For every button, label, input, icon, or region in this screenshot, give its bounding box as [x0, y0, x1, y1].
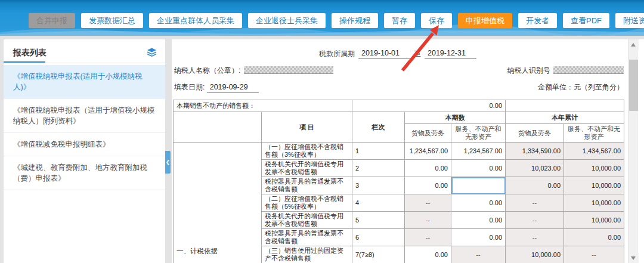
table-cell: 10,000.00	[564, 194, 624, 212]
header-goods-current: 货物及劳务	[405, 124, 451, 143]
scrollbar-thumb[interactable]	[629, 60, 638, 111]
sidebar-header: 报表列表	[4, 39, 165, 64]
table-cell[interactable]: 1,234,567.00	[405, 143, 451, 160]
table-cell: 1,334,590.00	[506, 143, 564, 160]
toolbar-button-veteran-collection[interactable]: 企业退役士兵采集	[248, 13, 326, 28]
toolbar-button-invoice-data-summary[interactable]: 发票数据汇总	[81, 13, 143, 28]
header-services-ytd: 服务、不动产和无形资产	[564, 124, 624, 143]
taxpayer-name-redacted	[244, 66, 333, 74]
table-cell: 0.00	[564, 229, 624, 246]
row-number: 6	[352, 229, 405, 246]
scroll-down-button[interactable]	[628, 253, 639, 263]
table-header-row-1: 项 目 栏次 本期数 本年累计	[174, 112, 624, 124]
table-cell: --	[451, 246, 506, 263]
toolbar-button-attachments[interactable]: 附送资料	[615, 13, 644, 28]
period-end-field[interactable]: 2019-12-31	[425, 49, 476, 59]
table-cell: --	[405, 194, 451, 212]
period-to-label: 至	[414, 49, 421, 59]
row-number: 2	[352, 160, 405, 177]
layers-icon[interactable]	[147, 48, 157, 57]
row-item-label: 税控器具开具的普通发票不含税销售额	[262, 177, 352, 194]
row-item-label: （一）应征增值税不含税销售额（3%征收率）	[262, 143, 352, 160]
toolbar-button-developer[interactable]: 开发者	[518, 13, 557, 28]
fill-date-label: 填表日期:	[174, 83, 205, 91]
unit-label: 金额单位：元（列至角分）	[538, 82, 624, 92]
table-cell: --	[405, 229, 451, 246]
toolbar-button-view-pdf[interactable]: 查看PDF	[563, 13, 609, 28]
table-cell: --	[506, 212, 564, 229]
scroll-up-button[interactable]	[628, 39, 639, 49]
taxpayer-name-label: 纳税人名称（公章）:	[174, 66, 240, 75]
sidebar-item-0[interactable]: 《增值税纳税申报表(适用于小规模纳税人)》	[4, 65, 165, 99]
focused-table-cell[interactable]	[451, 177, 506, 194]
toolbar-button-declare-vat[interactable]: 申报增值税	[458, 13, 512, 28]
table-cell[interactable]: 0.00	[451, 194, 506, 212]
table-cell: --	[506, 229, 564, 246]
table-cell: --	[506, 194, 564, 212]
row-number: 5	[352, 212, 405, 229]
toolbar-button-key-group-collection[interactable]: 企业重点群体人员采集	[149, 13, 242, 28]
header-ytd: 本年累计	[506, 112, 624, 124]
tax-filing-app: 合并申报发票数据汇总企业重点群体人员采集企业退役士兵采集操作规程暂存保存申报增值…	[0, 0, 644, 263]
row-number: 7(7≥8)	[352, 246, 405, 263]
fill-date-field[interactable]: 2019-09-29	[207, 83, 259, 93]
taxpayer-id-group: 纳税人识别号	[507, 66, 624, 76]
form-panel: 税款所属期 2019-10-01 至 2019-12-31 纳税人名称（公章）:…	[172, 39, 644, 263]
row-number: 1	[352, 143, 405, 160]
arrow-up-icon	[631, 43, 636, 47]
header-divider	[4, 63, 165, 63]
realty-sales-label: 本期销售不动产的销售额：	[174, 100, 352, 112]
vat-declaration-table: 本期销售不动产的销售额： 0.00 项 目 栏次 本期数 本年累计 货物及劳务 …	[173, 100, 624, 263]
row-item-label: （二）应征增值税不含税销售额（5%征收率）	[262, 194, 352, 212]
row-item-label: 税控器具开具的普通发票不含税销售额	[262, 229, 352, 246]
table-cell: 1,434,567.00	[564, 143, 624, 160]
row-item-label: 税务机关代开的增值税专用发票不含税销售额	[262, 212, 352, 229]
table-cell: 10,000.00	[506, 246, 564, 263]
table-row: 一、计税依据（一）应征增值税不含税销售额（3%征收率）11,234,567.00…	[174, 143, 624, 160]
row-number: 3	[352, 177, 405, 194]
sidebar-item-2[interactable]: 《增值税减免税申报明细表》	[4, 133, 165, 156]
taxpayer-id-redacted	[553, 66, 624, 74]
header-column: 栏次	[352, 112, 405, 143]
table-cell[interactable]: 0.00	[405, 177, 451, 194]
header-current-period: 本期数	[405, 112, 506, 124]
fill-date-row: 填表日期: 2019-09-29 金额单位：元（列至角分）	[174, 82, 624, 93]
tax-period-row: 税款所属期 2019-10-01 至 2019-12-31	[172, 49, 624, 59]
chevron-left-icon: ❮	[166, 159, 171, 165]
sidebar-collapse-handle[interactable]: ❮	[165, 151, 171, 174]
table-cell[interactable]: 0.00	[405, 160, 451, 177]
table-cell: --	[564, 246, 624, 263]
toolbar-button-merge-filing[interactable]: 合并申报	[29, 13, 75, 28]
table-cell[interactable]: 0.00	[451, 229, 506, 246]
taxpayer-id-label: 纳税人识别号	[507, 66, 550, 75]
toolbar: 合并申报发票数据汇总企业重点群体人员采集企业退役士兵采集操作规程暂存保存申报增值…	[0, 0, 644, 36]
vertical-scrollbar[interactable]	[628, 39, 638, 263]
realty-sales-row: 本期销售不动产的销售额： 0.00	[174, 100, 624, 112]
realty-sales-value[interactable]: 0.00	[352, 100, 506, 112]
header-goods-ytd: 货物及劳务	[506, 124, 564, 143]
table-cell: 0.00	[506, 177, 564, 194]
header-item: 项 目	[262, 112, 352, 143]
table-cell[interactable]: 0.00	[451, 160, 506, 177]
arrow-down-icon	[631, 256, 636, 260]
period-label: 税款所属期	[319, 49, 355, 59]
row-item-label: （三）销售使用过的固定资产不含税销售额	[262, 246, 352, 263]
period-start-field[interactable]: 2019-10-01	[358, 49, 410, 59]
toolbar-button-save[interactable]: 保存	[421, 13, 452, 28]
table-cell[interactable]: 1,234,567.00	[451, 143, 506, 160]
realty-sales-empty-cell	[506, 100, 624, 112]
category-label: 一、计税依据	[174, 143, 262, 263]
toolbar-button-temp-save[interactable]: 暂存	[384, 13, 415, 28]
taxpayer-row: 纳税人名称（公章）: 纳税人识别号	[174, 66, 624, 76]
table-cell[interactable]: 0.00	[451, 212, 506, 229]
row-number: 4	[352, 194, 405, 212]
table-cell: --	[405, 212, 451, 229]
table-cell[interactable]: 0.00	[405, 246, 451, 263]
sidebar-item-3[interactable]: 《城建税、教育费附加、地方教育附加税（费）申报表》	[4, 156, 165, 190]
row-item-label: 税务机关代开的增值税专用发票不含税销售额	[262, 160, 352, 177]
sidebar-item-1[interactable]: 《增值税纳税申报表（适用于增值税小规模纳税人）附列资料》	[4, 99, 165, 133]
table-cell: 10,000.00	[564, 177, 624, 194]
toolbar-button-operation-guide[interactable]: 操作规程	[332, 13, 378, 28]
header-services-current: 服务、不动产和无形资产	[451, 124, 506, 143]
sidebar-title: 报表列表	[13, 48, 47, 57]
